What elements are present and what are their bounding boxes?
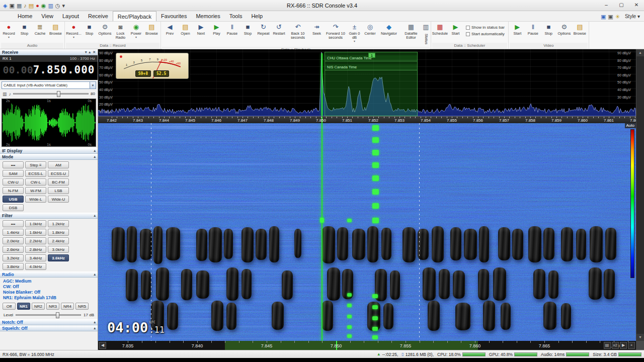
span-options-button[interactable]: ▤ [604, 342, 611, 349]
menu-tab-layout[interactable]: Layout [58, 11, 84, 21]
filter-3-0khz-button[interactable]: 3.0kHz [48, 246, 69, 253]
collapse-icon[interactable]: ▴ [94, 155, 96, 159]
power-button[interactable]: ◉Power▾ [128, 22, 144, 39]
nr-nr5-button[interactable]: NR5 [75, 303, 89, 310]
filter-3-4khz-button[interactable]: 3.4kHz [25, 254, 46, 261]
prev-button[interactable]: ◀Prev [162, 22, 178, 36]
mode-header[interactable]: Mode ▴ [0, 154, 98, 160]
brightness-icon[interactable]: ✳ [615, 14, 620, 20]
nr-level-slider-thumb[interactable] [56, 312, 59, 318]
filter-2-6khz-button[interactable]: 2.6kHz [3, 246, 24, 253]
checkbox-start-automatically[interactable]: Start automatically [466, 32, 505, 36]
filter-1-6khz-button[interactable]: 1.6kHz [25, 229, 46, 236]
radio-setting-noise-blanker[interactable]: Noise Blanker: Off [3, 290, 95, 295]
monitor-icon[interactable]: ▣ [9, 0, 14, 11]
mode-ecss-u-button[interactable]: ECSS-U [48, 170, 69, 177]
minimize-button[interactable]: – [599, 0, 614, 11]
filter-3-8khz-button[interactable]: 3.8kHz [3, 263, 24, 270]
lock-radio-button[interactable]: ◙Lock Radio [113, 22, 128, 40]
open-button[interactable]: ▤Open [178, 22, 193, 36]
mode-cw-l-button[interactable]: CW-L [25, 178, 46, 186]
cache-button[interactable]: ≣Cache [32, 22, 48, 36]
mode-sam-button[interactable]: SAM [3, 170, 24, 177]
menu-tab-help[interactable]: Help [247, 11, 267, 21]
folder-icon[interactable]: ▤ [29, 0, 34, 11]
speaker-icon[interactable]: ♪ [24, 0, 27, 11]
stop-button[interactable]: ■Stop [541, 22, 556, 36]
pan-left-button[interactable]: ◀ [99, 342, 106, 349]
nr-nr1-button[interactable]: NR1 [17, 303, 30, 310]
seek-button[interactable]: ↠Seek [309, 22, 325, 36]
maximize-button[interactable]: ▢ [614, 0, 629, 11]
pause-button[interactable]: ‖Pause [224, 22, 240, 36]
mode-n-fm-button[interactable]: N-FM [3, 187, 24, 194]
menu-tab-receive[interactable]: Receive [84, 11, 113, 21]
mode-bc-fm-button[interactable]: BC-FM [48, 178, 69, 186]
style-dropdown[interactable]: Style ▾ [625, 14, 640, 19]
keypad-icon[interactable]: ▦ [17, 0, 22, 11]
panel-menu-icon[interactable]: ▾ [85, 50, 87, 54]
tune-icon[interactable]: ◉ [41, 0, 46, 11]
filter-4-0khz-button[interactable]: 4.0kHz [25, 263, 46, 270]
app-icon[interactable]: ◈ [3, 0, 7, 11]
radio-header[interactable]: Radio ▴ [0, 272, 98, 278]
nr-nr2-button[interactable]: NR2 [32, 303, 45, 310]
mode-item-button[interactable]: ••• [3, 161, 24, 168]
checkbox-show-in-status-bar[interactable]: Show in status bar [466, 25, 505, 30]
filter-item-button[interactable]: ••• [3, 220, 24, 227]
scroll-up-arrow[interactable]: ▲ [636, 49, 644, 56]
forward-10-seconds-button[interactable]: ↷Forward 10 seconds [325, 22, 347, 40]
clock-icon[interactable]: ◷ [55, 0, 60, 11]
collapse-icon[interactable]: ▴ [94, 214, 96, 218]
filter-2-8khz-button[interactable]: 2.8kHz [25, 246, 46, 253]
menu-tab-memories[interactable]: Memories [191, 11, 224, 21]
zoom-level-button[interactable]: x2 [612, 342, 619, 349]
record-button[interactable]: ●Record▾ [1, 22, 17, 39]
menu-tab-home[interactable]: Home [13, 11, 37, 21]
stop-button[interactable]: ■Stop [82, 22, 97, 36]
status-button[interactable]: ▥Status [422, 22, 430, 47]
window-icon[interactable]: ▣ [608, 14, 613, 20]
nr-off-button[interactable]: Off [3, 303, 16, 310]
nr-level-slider[interactable] [16, 314, 81, 316]
nr-nr3-button[interactable]: NR3 [46, 303, 59, 310]
radio-setting-agc[interactable]: AGC: Medium [3, 279, 95, 284]
collapse-icon[interactable]: ▴ [94, 326, 96, 330]
filter-2-4khz-button[interactable]: 2.4kHz [48, 237, 69, 244]
next-button[interactable]: ▶Next [193, 22, 209, 36]
datafile-editor-button[interactable]: ▦Datafile Editor [400, 22, 422, 40]
filter-1-4khz-button[interactable]: 1.4kHz [3, 229, 24, 236]
mode-ecss-l-button[interactable]: ECSS-L [25, 170, 46, 177]
menu-tab-favourites[interactable]: Favourites [156, 11, 191, 21]
more-icon[interactable]: ▾ [62, 0, 65, 11]
squelch-header[interactable]: Squelch: Off ▴ [0, 325, 98, 331]
filter-2-2khz-button[interactable]: 2.2kHz [25, 237, 46, 244]
menu-tab-tools[interactable]: Tools [225, 11, 247, 21]
scroll-down-arrow[interactable]: ▼ [636, 334, 644, 341]
region-marker[interactable]: 1 [368, 53, 375, 58]
if-display-header[interactable]: IF Display ▴ [0, 148, 98, 154]
browse-button[interactable]: ▤Browse [144, 22, 159, 36]
receive-panel-header[interactable]: Receive ▾ ▴ ✕ [0, 49, 98, 55]
mode-step-button[interactable]: Step ≡ [25, 161, 46, 168]
mode-usb-button[interactable]: USB [3, 196, 24, 203]
start-button[interactable]: ▶Start [510, 22, 525, 36]
back-10-seconds-button[interactable]: ↶Back 10 seconds [287, 22, 309, 40]
mode-wide-l-button[interactable]: Wide-L [25, 196, 46, 203]
selection-region[interactable]: 1 CHU Ottawa Canada Time NIS Canada Time [325, 52, 418, 116]
nr-nr4-button[interactable]: NR4 [61, 303, 74, 310]
pause-button[interactable]: ‖Pause [525, 22, 541, 36]
collapse-icon[interactable]: ▴ [94, 273, 96, 277]
options-button[interactable]: ⚙Options [556, 22, 572, 36]
gain-0-db-button[interactable]: ±Gain 0 dB▾ [347, 22, 362, 43]
options-button[interactable]: ⚙Options [97, 22, 113, 36]
restart-button[interactable]: ↺Restart [271, 22, 287, 36]
menu-tab-view[interactable]: View [37, 11, 58, 21]
mode-cw-u-button[interactable]: CW-U [3, 178, 24, 186]
speaker-icon[interactable]: ♪ [9, 92, 12, 97]
volume-slider-thumb[interactable] [57, 91, 60, 97]
stop-button[interactable]: ■Stop [17, 22, 32, 36]
filter-1-2khz-button[interactable]: 1.2kHz [48, 220, 69, 227]
mode-wide-u-button[interactable]: Wide-U [48, 196, 69, 203]
browse-button[interactable]: ▤Browse [48, 22, 63, 36]
